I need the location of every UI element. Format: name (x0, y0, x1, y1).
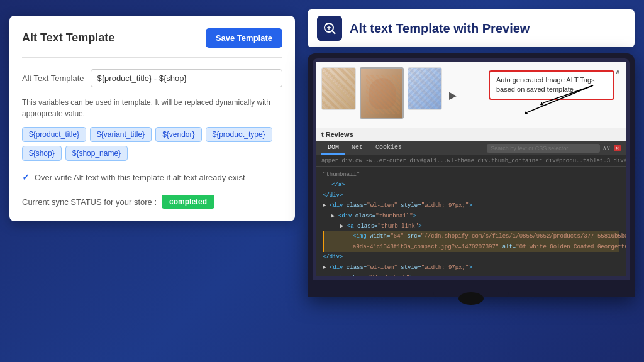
code-line-11: ▶ <a class="thumb-link"> (323, 273, 619, 276)
overwrite-checkbox-row: ✓ Over write Alt text with this template… (22, 172, 282, 182)
devtools-tab-dom[interactable]: DOM (321, 141, 345, 155)
status-label: Current sync STATUS for your store : (22, 197, 157, 207)
save-template-button[interactable]: Save Template (206, 28, 282, 48)
status-badge: completed (162, 195, 214, 209)
code-line-9: </div> (323, 252, 619, 262)
checkmark-icon: ✓ (22, 172, 30, 182)
product-thumb-1 (321, 67, 356, 110)
overwrite-label: Over write Alt text with this template i… (35, 173, 245, 182)
app-title: Alt text Template with Preview (350, 21, 530, 36)
devtools-tab-cookies[interactable]: Cookies (369, 141, 408, 155)
code-line-10: ▶ <div class="wl-item" style="width: 97p… (323, 263, 619, 273)
main-container: Alt Text Template Save Template Alt Text… (0, 0, 644, 362)
variable-tag-variant-title[interactable]: ${variant_title} (90, 127, 152, 142)
code-line-4: ▶ <div class="wl-item" style="width: 97p… (323, 200, 619, 211)
status-row: Current sync STATUS for your store : com… (22, 195, 282, 209)
product-thumb-2 (360, 67, 404, 119)
monitor-stand (452, 280, 490, 292)
arrow-right-icon: ▶ (449, 89, 457, 101)
product-thumb-3 (408, 67, 442, 110)
scroll-arrows: ∧∨ (602, 145, 610, 152)
code-line-1: "thumbnail" (323, 170, 619, 180)
monitor-bezel: ▶ Auto generated Image ALT Tags based on… (313, 58, 630, 280)
devtools-panel: DOM Net Cookies ∧∨ ✕ apper div.owl (316, 141, 626, 276)
reviews-header: t Reviews (316, 128, 626, 141)
panel-title: Alt Text Template (22, 31, 114, 45)
code-area: "thumbnail" </a> </div> ▶ <div class="wl… (316, 167, 626, 276)
code-line-3: </div> (323, 190, 619, 200)
annotation-box: Auto generated Image ALT Tags based on s… (489, 70, 614, 100)
variable-tag-shop-name[interactable]: ${shop_name} (65, 146, 128, 161)
devtools-tab-net[interactable]: Net (345, 141, 369, 155)
svg-marker-7 (525, 111, 528, 114)
devtools-tabs: DOM Net Cookies ∧∨ ✕ (316, 141, 626, 155)
template-input[interactable] (91, 69, 282, 87)
monitor-wrapper: ▶ Auto generated Image ALT Tags based on… (308, 53, 635, 297)
svg-line-1 (332, 31, 335, 34)
variable-tag-product-title[interactable]: ${product_title} (22, 127, 86, 142)
code-line-7: <img width="64" src="//cdn.shopify.com/s… (323, 231, 619, 241)
app-icon (317, 16, 342, 41)
monitor-base (433, 292, 509, 297)
code-line-2: </a> (323, 180, 619, 190)
template-row: Alt Text Template (22, 69, 282, 87)
variable-tag-product-type[interactable]: ${product_type} (206, 127, 272, 142)
code-line-8: a9da-41c1348f1f3a_compact.jpg?v=14702073… (323, 242, 619, 252)
svg-marker-6 (540, 102, 544, 106)
app-header: Alt text Template with Preview (308, 9, 635, 47)
variable-tag-shop[interactable]: ${shop} (22, 146, 62, 161)
scroll-up-icon[interactable]: ∧ (615, 67, 621, 76)
monitor: ▶ Auto generated Image ALT Tags based on… (308, 53, 635, 297)
screen-content: ▶ Auto generated Image ALT Tags based on… (316, 62, 626, 276)
images-row-wrapper: ▶ Auto generated Image ALT Tags based on… (316, 62, 626, 128)
variables-list: ${product_title} ${variant_title} ${vend… (22, 127, 282, 161)
breadcrumb-bar: apper div.owl-w..er-outer div#gal1...wl-… (316, 155, 626, 167)
left-panel: Alt Text Template Save Template Alt Text… (9, 16, 295, 221)
code-line-6: ▶ <a class="thumb-link"> (323, 221, 619, 231)
devtools-search-input[interactable] (487, 144, 600, 153)
variable-tag-vendor[interactable]: ${vendor} (155, 127, 201, 142)
code-line-5: ▶ <div class="thumbnail"> (323, 211, 619, 221)
panel-header: Alt Text Template Save Template (22, 28, 282, 58)
devtools-close-btn[interactable]: ✕ (614, 145, 621, 151)
template-label: Alt Text Template (22, 74, 84, 83)
variables-description: This variables can be used in template. … (22, 97, 282, 119)
right-side: Alt text Template with Preview (308, 9, 635, 297)
